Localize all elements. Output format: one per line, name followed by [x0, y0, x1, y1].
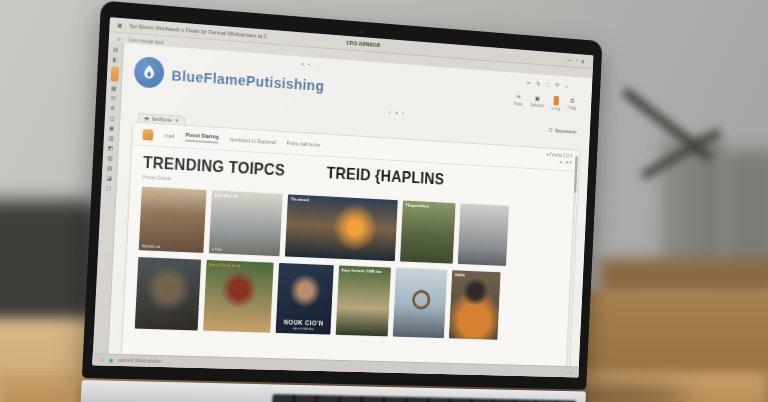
- scrollbar-thumb[interactable]: [574, 156, 578, 193]
- site-logo-icon[interactable]: [142, 129, 153, 141]
- photo-tile[interactable]: Ewy Gwed Grtd: [203, 260, 273, 333]
- header-note[interactable]: ☐Bepeatarse: [549, 127, 577, 134]
- cut-icon[interactable]: ✂: [527, 79, 532, 86]
- refresh-icon[interactable]: ⟳: [555, 81, 560, 88]
- header-tool-group: ✑Pens ▣Nelsson u rog ⧉I bag: [514, 93, 577, 112]
- photo-tile[interactable]: FiwgsWarbdte wd: [139, 187, 207, 253]
- shape-icon[interactable]: ⬚: [545, 80, 550, 87]
- heading-trend-chaplins: TREID {HAPLINS: [326, 164, 445, 190]
- nav-from-calt[interactable]: From calt to be: [287, 140, 321, 148]
- photo-tile[interactable]: Thapetdebra: [400, 200, 455, 263]
- desk-lamp-arm: [621, 87, 713, 162]
- maximize-icon[interactable]: ▫: [575, 57, 577, 64]
- laptop-display: ▣ Spr Eleicsi Wonlwaeb u Fleaw Ipr Oeniu…: [92, 17, 593, 377]
- laptop-bezel: ▣ Spr Eleicsi Wonlwaeb u Fleaw Ipr Oeniu…: [82, 0, 603, 389]
- photo-of-laptop-scene: ▣ Spr Eleicsi Wonlwaeb u Fleaw Ipr Oeniu…: [0, 0, 768, 402]
- icon-cluster: ▪ ● ▪: [389, 109, 406, 116]
- tool-pens[interactable]: ✑Pens: [514, 93, 523, 107]
- tile-label: Tfevbnad: [290, 196, 309, 202]
- stamp-icon: ▣: [535, 95, 541, 103]
- checkbox-icon[interactable]: ☐: [549, 127, 553, 133]
- dock-icon[interactable]: ✉: [111, 95, 116, 101]
- tile-label: Ewd Forvtd: [215, 192, 238, 198]
- desk-lamp-arm-2: [640, 128, 722, 180]
- photo-tile[interactable]: [458, 204, 509, 266]
- background-chair-seat: [0, 330, 90, 402]
- photo-tile[interactable]: Ewp Gsiwrk 2WB bw: [336, 265, 391, 336]
- back-icon[interactable]: ⟲: [117, 35, 121, 41]
- photo-tile[interactable]: 2bMd: [449, 270, 501, 339]
- dock-icon[interactable]: ▤: [113, 46, 119, 52]
- dock-icon[interactable]: ◩: [108, 145, 114, 151]
- tile-label: Ewp Gsiwrk 2WB bw: [341, 268, 381, 274]
- tile-bottom-label: u Phfa: [212, 247, 222, 251]
- tool-ibag[interactable]: ⧉I bag: [568, 97, 577, 111]
- poster-subtitle: wbe sr付 bfd ebna: [276, 326, 331, 332]
- tile-label: Fiwgs: [144, 189, 157, 195]
- photo-grid-row-2: Ewy Gwed GrtdNOUK CIO'Nwbe sr付 bfd ebnaE…: [135, 257, 567, 342]
- close-icon[interactable]: ✕: [581, 58, 585, 65]
- icon-cluster: ● ▪ ◦: [301, 60, 319, 67]
- blueflame-logo-icon: [134, 56, 165, 89]
- statusbar-right-icons[interactable]: ▫ ◦ ▪: [565, 369, 572, 375]
- nav-right-meta: ♦ Funchp 2 D 4 ◂ ↓ ⊕ ≡: [546, 151, 572, 166]
- photo-tile[interactable]: Tfevbnad: [285, 194, 398, 261]
- app-grid-icon[interactable]: ▣: [117, 22, 122, 28]
- tile-label: Thapetdebra: [405, 203, 429, 209]
- tab-close-icon[interactable]: ✕: [175, 117, 179, 123]
- dock-icon[interactable]: ▥: [108, 135, 114, 141]
- dock-icon[interactable]: ▦: [111, 85, 117, 91]
- photo-tile[interactable]: NOUK CIO'Nwbe sr付 bfd ebna: [276, 263, 334, 335]
- pens-icon: ✑: [516, 93, 521, 101]
- page-content: TRENDING TOIPCS Prevax Clowde TREID {HAP…: [133, 149, 572, 377]
- webcam-icon: [360, 30, 363, 33]
- tool-nelsson[interactable]: ▣Nelsson: [530, 94, 544, 108]
- background-object: [660, 138, 724, 268]
- photo-tile[interactable]: Ewd Forvtdu Phfa: [209, 190, 283, 256]
- nav-right-icons[interactable]: ◂ ↓ ⊕ ≡: [546, 158, 572, 166]
- photo-tile[interactable]: [135, 257, 201, 330]
- pen-icon[interactable]: ✎: [536, 80, 541, 87]
- photo-tile[interactable]: [393, 268, 447, 338]
- dock-icon[interactable]: ▨: [107, 165, 113, 171]
- orange-marker-icon: [553, 96, 558, 106]
- dock-icon[interactable]: ▣: [109, 125, 115, 131]
- dock-icon[interactable]: ◧: [112, 56, 118, 62]
- tile-bottom-label: Warbdte wd: [142, 244, 160, 249]
- header-icon-row[interactable]: ✂✎⬚⟳⌄: [527, 79, 569, 89]
- tool-urog[interactable]: u rog: [551, 96, 560, 111]
- browser-card: ⬒ NetHome ✕ mail Posst Slaring Nonlined …: [120, 121, 580, 377]
- brand-title: BlueFlamePutisishing: [171, 67, 324, 94]
- statusbar-text: varberd Wbelvwhdbe: [117, 358, 160, 364]
- nav-nonlined[interactable]: Nonlined Lt Soplend: [230, 136, 276, 145]
- online-status-icon: [109, 358, 113, 362]
- minimize-icon[interactable]: —: [567, 57, 572, 64]
- keyboard[interactable]: [271, 394, 576, 402]
- dock-icon[interactable]: ◫: [109, 115, 115, 121]
- window-controls[interactable]: —▫✕: [567, 57, 585, 65]
- nav-post-sharing[interactable]: Posst Slaring: [185, 132, 219, 144]
- window-title: CP.D ABNNGB: [346, 40, 380, 48]
- layers-icon: ⧉: [570, 97, 574, 105]
- background-speaker: [722, 150, 768, 270]
- dock-active-tool-icon[interactable]: [110, 66, 118, 81]
- tab-favicon-icon: ⬒: [144, 115, 149, 121]
- nav-mail[interactable]: mail: [165, 132, 175, 139]
- dock-icon[interactable]: ▧: [107, 155, 113, 161]
- laptop: ▣ Spr Eleicsi Wonlwaeb u Fleaw Ipr Oeniu…: [79, 0, 602, 402]
- dock-icon[interactable]: ⚙: [110, 105, 116, 111]
- publishing-app-window: BlueFlamePutisishing ✂✎⬚⟳⌄ ✑Pens ▣Nelsso…: [107, 43, 593, 377]
- chevron-down-icon[interactable]: ⌄: [564, 82, 569, 89]
- tile-label: 2bMd: [455, 272, 465, 277]
- dock-icon[interactable]: ▢: [106, 185, 112, 191]
- background-shelf: [600, 258, 768, 298]
- tile-label: Ewy Gwed Grtd: [209, 262, 241, 268]
- dock-icon[interactable]: ◪: [106, 175, 112, 181]
- power-icon[interactable]: ⏻: [100, 357, 104, 362]
